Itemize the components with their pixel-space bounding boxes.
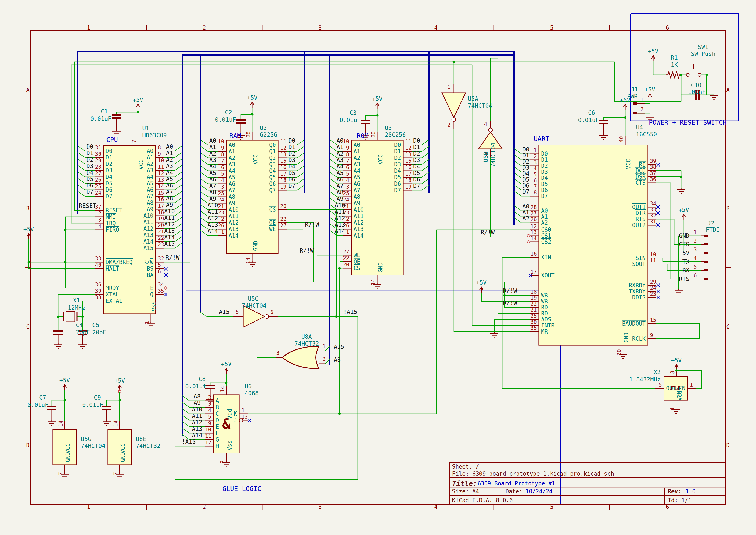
net-label-A13[interactable]: A13 [207, 221, 218, 228]
ground-symbol[interactable] [490, 332, 499, 337]
net-label-A11[interactable]: A11 [192, 412, 202, 419]
component-ref-4068[interactable]: 4068 [245, 390, 259, 397]
net-label-RW[interactable]: R/!W [305, 221, 319, 228]
component-ref-r1[interactable]: R1 [671, 54, 678, 61]
power-u8e[interactable]: 14VCC7GND [108, 420, 131, 475]
net-label-A14[interactable]: A14 [335, 228, 345, 235]
net-label-D0[interactable]: D0 [522, 146, 529, 153]
component-ref-c7[interactable]: C7 [39, 394, 46, 401]
j1-pad-1[interactable] [633, 102, 637, 105]
net-label-A2[interactable]: A2 [209, 150, 216, 157]
net-label-D3[interactable]: D3 [522, 164, 529, 171]
component-ref-c8[interactable]: C8 [199, 376, 206, 382]
ground-symbol[interactable] [78, 344, 87, 349]
inverter-u5a[interactable]: 12 [442, 84, 466, 129]
nand-u6[interactable]: 2A3B4C5D9E10F11G12H1K13J14Vdd7Vss& [205, 386, 248, 464]
power-u5g[interactable]: 14VCC7GND [53, 420, 76, 475]
wire[interactable] [657, 171, 681, 189]
component-ref-c3[interactable]: C3 [350, 109, 357, 116]
component-ref-u8a[interactable]: U8A [301, 333, 312, 340]
net-label-D1[interactable]: D1 [413, 144, 420, 150]
net-label-A3[interactable]: A3 [209, 156, 216, 163]
net-label-D0[interactable]: D0 [87, 143, 94, 150]
net-label-A0[interactable]: A0 [209, 137, 216, 144]
component-ref-74hct32[interactable]: 74HCT32 [294, 340, 319, 347]
component-ref-c1[interactable]: C1 [101, 108, 108, 115]
capacitor-C7[interactable] [47, 407, 57, 421]
power-flag-5v[interactable]: +5V [372, 95, 383, 109]
component-ref-c9[interactable]: C9 [94, 394, 101, 401]
component-ref-c5[interactable]: C5 [92, 322, 99, 328]
resistor-R1[interactable] [666, 72, 681, 78]
component-ref-u6[interactable]: U6 [245, 383, 252, 390]
net-label-D0[interactable]: D0 [413, 137, 420, 144]
net-label-D2[interactable]: D2 [522, 158, 529, 165]
net-label-A14[interactable]: A14 [164, 234, 175, 240]
titleblock-date[interactable]: 10/24/24 [526, 488, 553, 495]
component-ref-12mhz[interactable]: 12MHz [68, 304, 85, 311]
power-flag-5v[interactable]: +5V [247, 94, 257, 108]
net-label-A6[interactable]: A6 [209, 176, 216, 183]
ground-symbol[interactable] [54, 344, 62, 349]
net-label-RW[interactable]: R/!W [480, 229, 495, 236]
net-label-D5[interactable]: D5 [87, 176, 94, 182]
component-ref-28c256[interactable]: 28C256 [385, 131, 406, 138]
component-ref-0.01uf[interactable]: 0.01uF [27, 402, 48, 408]
capacitor-C1[interactable] [112, 115, 121, 131]
net-label-A15[interactable]: !A15 [343, 308, 357, 315]
section-label-rom[interactable]: ROM [357, 132, 368, 140]
net-label-A2[interactable]: A2 [166, 156, 173, 163]
component-ref-c6[interactable]: C6 [588, 109, 595, 116]
section-label-cpu[interactable]: CPU [106, 136, 118, 143]
wire[interactable] [325, 359, 330, 364]
net-label-A15[interactable]: A15 [334, 344, 344, 350]
net-label-A0[interactable]: A0 [522, 203, 529, 210]
net-label-A7[interactable]: A7 [166, 188, 173, 195]
section-label-power-reset-switch[interactable]: POWER + RESET SWITCH [649, 119, 726, 126]
ground-symbol[interactable] [600, 134, 608, 139]
net-label-D4[interactable]: D4 [413, 163, 420, 170]
net-label-A8[interactable]: A8 [209, 189, 216, 196]
j1-pad-2[interactable] [633, 112, 637, 114]
inverter-u5c[interactable]: 56 [233, 306, 278, 327]
net-label-A7[interactable]: A7 [337, 183, 344, 189]
ground-symbol[interactable] [677, 188, 685, 193]
component-ref-62256[interactable]: 62256 [260, 131, 277, 138]
ground-symbol[interactable] [48, 420, 56, 426]
component-ref-c2[interactable]: C2 [225, 109, 232, 116]
power-flag-5v[interactable]: +5V [679, 207, 689, 220]
wire[interactable] [657, 324, 699, 339]
component-ref-1.8432mhz[interactable]: 1.8432MHz [629, 376, 661, 383]
net-label-RW[interactable]: R/!W [165, 254, 179, 261]
j2-pad-RX[interactable] [705, 269, 708, 271]
component-ref-74hct04[interactable]: 74HCT04 [81, 442, 105, 449]
component-ref-0.01uf[interactable]: 0.01uF [82, 402, 103, 408]
net-label-D4[interactable]: D4 [288, 163, 296, 170]
net-label-A4[interactable]: A4 [209, 163, 216, 170]
component-ref-x2[interactable]: X2 [654, 369, 661, 375]
titleblock-title[interactable]: 6309 Board Prototype #1 [477, 480, 555, 487]
component-ref-u4[interactable]: U4 [636, 124, 643, 131]
net-label-A7[interactable]: A7 [209, 183, 216, 189]
rom-u3[interactable]: 10A09A18A27A36A45A54A63A725A824A921A1023… [343, 131, 412, 285]
net-label-D5[interactable]: D5 [413, 170, 420, 176]
net-label-A3[interactable]: A3 [166, 163, 173, 169]
net-label-A14[interactable]: A14 [192, 432, 202, 438]
component-ref-u3[interactable]: U3 [385, 125, 392, 131]
component-ref-u5g[interactable]: U5G [81, 436, 92, 442]
components[interactable]: 31D030D129D228D327D426D525D624D737RESET2… [53, 84, 696, 475]
wire[interactable] [365, 115, 377, 120]
net-label-A10[interactable]: A10 [335, 202, 345, 209]
j2-pad-RTS[interactable] [705, 278, 708, 280]
component-ref-0.01uf[interactable]: 0.01uf [185, 383, 206, 390]
component-ref-20pf[interactable]: 20pF [92, 329, 106, 336]
net-label-D6[interactable]: D6 [522, 182, 529, 189]
net-label-D7[interactable]: D7 [87, 188, 94, 195]
net-label-D6[interactable]: D6 [413, 176, 420, 183]
j2-pad-TX[interactable] [705, 261, 708, 263]
component-ref-c10[interactable]: C10 [691, 82, 701, 88]
component-ref-u5a[interactable]: U5A [468, 95, 478, 102]
net-label-A5[interactable]: A5 [337, 170, 344, 176]
component-ref-u5c[interactable]: U5C [248, 295, 258, 302]
net-label-D7[interactable]: D7 [522, 188, 529, 195]
